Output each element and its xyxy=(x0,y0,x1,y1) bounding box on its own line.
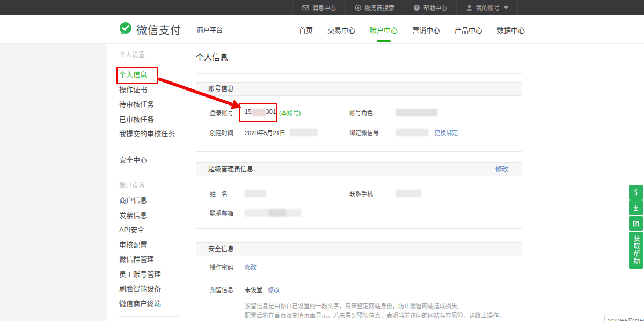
reserved-info-description: 预留信息是由你自己设置的一段文字，用来鉴定网站身份，防止假冒网站造成损失。 配置… xyxy=(245,301,508,321)
mail-icon xyxy=(302,4,309,11)
admin-name-row: 姓 名 联系手机 xyxy=(210,184,522,203)
message-center-menu[interactable]: 消息中心 xyxy=(292,0,345,15)
sidebar-item-review-config[interactable]: 审核配置 xyxy=(107,237,179,252)
sidebar-item-pending-review-tasks[interactable]: 待审核任务 xyxy=(107,97,179,112)
sidebar-divider xyxy=(119,147,179,147)
login-account-row: 登录账号 15301 (本账号) 账号角色 xyxy=(210,102,522,122)
chevron-down-icon xyxy=(504,6,508,9)
redacted-account-role xyxy=(396,109,437,116)
account-info-section: 账号信息 登录账号 15301 (本账号) 账号角色 创建时间 xyxy=(196,82,522,152)
sidebar-item-wechat-merchant-terminal[interactable]: 微信商户终端 xyxy=(107,296,179,311)
description-line: 配置后将在首页及充值页面显示。若未看到预留信息，表明当前访问的网站存在风险，请终… xyxy=(245,311,508,321)
user-icon xyxy=(466,4,473,11)
sidebar-item-face-smart-device[interactable]: 刷脸智能设备 xyxy=(107,281,179,296)
primary-nav: 首页 交易中心 账户中心 营销中心 产品中心 数据中心 xyxy=(299,15,525,44)
rebind-wechat-link[interactable]: 更换绑定 xyxy=(434,128,458,137)
created-time-row: 创建时间 2020年5月21日 绑定微信号 更换绑定 xyxy=(210,122,522,142)
help-icon: ? xyxy=(413,4,420,11)
brand-divider xyxy=(189,24,189,35)
nav-data-center[interactable]: 数据中心 xyxy=(497,25,525,35)
link-icon xyxy=(632,189,640,196)
security-info-header: 安全信息 xyxy=(196,243,522,256)
sidebar: 个人设置 个人信息 操作证书 待审核任务 已审核任务 我提交的审核任务 安全中心… xyxy=(107,44,179,321)
nav-home[interactable]: 首页 xyxy=(299,25,313,35)
main-content: 个人信息 账号信息 登录账号 15301 (本账号) 账号角色 xyxy=(196,46,522,321)
sidebar-item-wechat-group-management[interactable]: 微信群管理 xyxy=(107,252,179,267)
edit-admin-link[interactable]: 修改 xyxy=(495,163,508,176)
operation-password-row: 操作密码 修改 xyxy=(210,264,508,272)
redacted-wechat-id xyxy=(396,129,429,136)
login-account-value: 15301 xyxy=(245,108,276,116)
my-account-menu[interactable]: 我的账号 xyxy=(456,0,518,15)
security-info-section: 安全信息 操作密码 修改 预留信息 未设置 修改 预留信息是由你自己设置的一段文… xyxy=(196,242,522,321)
created-time-value: 2020年5月21日 xyxy=(245,128,286,137)
reserved-info-row: 预留信息 未设置 修改 xyxy=(210,286,508,294)
redacted-contact-phone xyxy=(396,190,421,197)
field-label: 操作密码 xyxy=(210,264,245,272)
nav-product-center[interactable]: 产品中心 xyxy=(455,25,482,35)
download-button[interactable] xyxy=(629,200,643,215)
link-button[interactable] xyxy=(629,185,643,200)
redacted-created-time xyxy=(290,129,318,136)
field-label: 联系邮箱 xyxy=(210,208,245,217)
sidebar-item-operation-certificate[interactable]: 操作证书 xyxy=(107,83,179,98)
redacted-contact-email xyxy=(245,209,302,217)
account-info-header: 账号信息 xyxy=(196,83,522,96)
edit-reserved-info-link[interactable]: 修改 xyxy=(268,286,280,294)
floating-help-group: 获取帮助 xyxy=(629,185,643,269)
sidebar-divider xyxy=(119,173,179,173)
redacted-login-middle xyxy=(252,109,266,116)
sidebar-item-staff-account-management[interactable]: 员工账号管理 xyxy=(107,267,179,282)
topbar-item-label: 服务商搜索 xyxy=(365,3,394,12)
brand-name: 微信支付 xyxy=(136,22,181,38)
field-label: 登录账号 xyxy=(210,108,245,117)
sidebar-item-personal-info[interactable]: 个人信息 xyxy=(107,68,179,83)
current-account-tag: (本账号) xyxy=(279,108,301,117)
super-admin-header: 超级管理员信息 修改 xyxy=(196,163,522,176)
field-label: 预留信息 xyxy=(210,286,245,294)
section-title: 安全信息 xyxy=(208,243,234,256)
merchant-platform-page: 消息中心 服务商搜索 ? 帮助中心 我的账号 微信支付 xyxy=(0,0,644,321)
admin-email-row: 联系邮箱 xyxy=(210,203,522,222)
portal-name: 商户平台 xyxy=(197,25,223,34)
sidebar-item-invoice-info[interactable]: 发票信息 xyxy=(107,208,179,223)
brand-area: 微信支付 商户平台 xyxy=(119,15,223,44)
help-center-menu[interactable]: ? 帮助中心 xyxy=(404,0,456,15)
feedback-button[interactable] xyxy=(629,216,643,231)
search-icon xyxy=(355,4,362,11)
sidebar-item-security-center[interactable]: 安全中心 xyxy=(107,153,179,168)
field-label: 创建时间 xyxy=(210,128,245,137)
sidebar-item-api-security[interactable]: API安全 xyxy=(107,222,179,237)
field-label: 绑定微信号 xyxy=(349,128,396,137)
edit-password-link[interactable]: 修改 xyxy=(245,264,257,272)
wechat-pay-logo-icon xyxy=(119,21,133,38)
sidebar-item-merchant-info[interactable]: 商户信息 xyxy=(107,193,179,208)
nav-marketing-center[interactable]: 营销中心 xyxy=(412,25,440,35)
topbar-item-label: 消息中心 xyxy=(312,3,336,12)
super-admin-section: 超级管理员信息 修改 姓 名 联系手机 联系邮箱 xyxy=(196,162,522,229)
nav-transaction-center[interactable]: 交易中心 xyxy=(327,25,355,35)
nav-account-center[interactable]: 账户中心 xyxy=(370,25,398,35)
sidebar-section-account-settings: 账户设置 xyxy=(107,178,179,193)
site-header: 微信支付 商户平台 首页 交易中心 账户中心 营销中心 产品中心 数据中心 xyxy=(0,15,644,44)
field-label: 联系手机 xyxy=(349,189,396,198)
page-title: 个人信息 xyxy=(196,46,522,74)
field-label: 姓 名 xyxy=(210,189,245,198)
topbar-item-label: 我的账号 xyxy=(476,3,500,12)
date-tooltip: 2020年5月22日 xyxy=(604,315,644,321)
reserved-info-status: 未设置 xyxy=(245,286,262,294)
top-account-bar: 消息中心 服务商搜索 ? 帮助中心 我的账号 xyxy=(0,0,644,15)
download-icon xyxy=(632,204,640,212)
section-title: 超级管理员信息 xyxy=(208,163,253,176)
sidebar-item-reviewed-tasks[interactable]: 已审核任务 xyxy=(107,112,179,127)
get-help-button[interactable]: 获取帮助 xyxy=(629,232,643,269)
sidebar-divider xyxy=(119,316,179,317)
description-line: 预留信息是由你自己设置的一段文字，用来鉴定网站身份，防止假冒网站造成损失。 xyxy=(245,301,508,311)
feedback-edit-icon xyxy=(632,220,640,227)
sidebar-section-personal-settings: 个人设置 xyxy=(107,48,179,63)
field-label: 账号角色 xyxy=(349,108,396,117)
sidebar-item-my-submitted-review-tasks[interactable]: 我提交的审核任务 xyxy=(107,126,179,141)
svg-text:?: ? xyxy=(415,5,418,10)
section-title: 账号信息 xyxy=(208,83,234,95)
service-provider-search-menu[interactable]: 服务商搜索 xyxy=(345,0,404,15)
